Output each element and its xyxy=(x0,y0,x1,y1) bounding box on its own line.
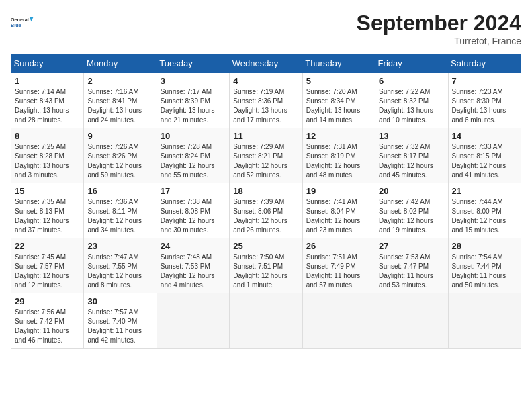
day-info: Sunrise: 7:47 AM Sunset: 7:55 PM Dayligh… xyxy=(87,253,152,290)
day-number: 3 xyxy=(161,76,226,86)
calendar-day-cell: 30Sunrise: 7:57 AM Sunset: 7:40 PM Dayli… xyxy=(84,293,157,349)
day-info: Sunrise: 7:22 AM Sunset: 8:32 PM Dayligh… xyxy=(379,87,444,125)
day-info: Sunrise: 7:19 AM Sunset: 8:36 PM Dayligh… xyxy=(233,87,298,125)
day-info: Sunrise: 7:32 AM Sunset: 8:17 PM Dayligh… xyxy=(379,142,444,180)
calendar-day-cell: 14Sunrise: 7:33 AM Sunset: 8:15 PM Dayli… xyxy=(448,128,521,183)
calendar-day-cell: 17Sunrise: 7:38 AM Sunset: 8:08 PM Dayli… xyxy=(157,183,229,238)
calendar-day-cell: 16Sunrise: 7:36 AM Sunset: 8:11 PM Dayli… xyxy=(84,183,157,238)
logo-icon: General Blue xyxy=(11,11,35,35)
empty-cell xyxy=(302,293,375,349)
day-info: Sunrise: 7:42 AM Sunset: 8:02 PM Dayligh… xyxy=(379,197,444,235)
location: Turretot, France xyxy=(357,36,521,46)
calendar-week-row: 15Sunrise: 7:35 AM Sunset: 8:13 PM Dayli… xyxy=(11,183,521,238)
day-info: Sunrise: 7:39 AM Sunset: 8:06 PM Dayligh… xyxy=(233,197,298,235)
day-number: 21 xyxy=(452,186,517,196)
day-info: Sunrise: 7:14 AM Sunset: 8:43 PM Dayligh… xyxy=(15,87,80,125)
day-info: Sunrise: 7:36 AM Sunset: 8:11 PM Dayligh… xyxy=(87,197,152,235)
day-number: 30 xyxy=(87,296,152,306)
day-info: Sunrise: 7:57 AM Sunset: 7:40 PM Dayligh… xyxy=(87,308,152,345)
calendar-day-cell: 26Sunrise: 7:51 AM Sunset: 7:49 PM Dayli… xyxy=(302,238,375,293)
day-info: Sunrise: 7:23 AM Sunset: 8:30 PM Dayligh… xyxy=(452,87,517,125)
calendar-day-cell: 21Sunrise: 7:44 AM Sunset: 8:00 PM Dayli… xyxy=(448,183,521,238)
day-number: 28 xyxy=(452,241,517,251)
day-info: Sunrise: 7:29 AM Sunset: 8:21 PM Dayligh… xyxy=(233,142,298,180)
calendar-day-cell: 22Sunrise: 7:45 AM Sunset: 7:57 PM Dayli… xyxy=(11,238,84,293)
calendar-day-cell: 10Sunrise: 7:28 AM Sunset: 8:24 PM Dayli… xyxy=(157,128,229,183)
empty-cell xyxy=(375,293,448,349)
calendar-week-row: 1Sunrise: 7:14 AM Sunset: 8:43 PM Daylig… xyxy=(11,73,521,128)
header-thursday: Thursday xyxy=(302,54,375,73)
day-info: Sunrise: 7:31 AM Sunset: 8:19 PM Dayligh… xyxy=(306,142,371,180)
svg-text:Blue: Blue xyxy=(11,22,21,28)
calendar-week-row: 29Sunrise: 7:56 AM Sunset: 7:42 PM Dayli… xyxy=(11,293,521,349)
calendar-day-cell: 13Sunrise: 7:32 AM Sunset: 8:17 PM Dayli… xyxy=(375,128,448,183)
header-sunday: Sunday xyxy=(11,54,84,73)
calendar-day-cell: 7Sunrise: 7:23 AM Sunset: 8:30 PM Daylig… xyxy=(448,73,521,128)
day-number: 15 xyxy=(15,186,80,196)
day-number: 5 xyxy=(306,76,371,86)
calendar-day-cell: 19Sunrise: 7:41 AM Sunset: 8:04 PM Dayli… xyxy=(302,183,375,238)
day-number: 4 xyxy=(233,76,298,86)
calendar-day-cell: 1Sunrise: 7:14 AM Sunset: 8:43 PM Daylig… xyxy=(11,73,84,128)
day-number: 26 xyxy=(306,241,371,251)
day-number: 1 xyxy=(15,76,80,86)
day-info: Sunrise: 7:54 AM Sunset: 7:44 PM Dayligh… xyxy=(452,253,517,290)
svg-marker-2 xyxy=(30,17,33,21)
day-number: 10 xyxy=(161,131,226,141)
day-info: Sunrise: 7:41 AM Sunset: 8:04 PM Dayligh… xyxy=(306,197,371,235)
calendar-day-cell: 24Sunrise: 7:48 AM Sunset: 7:53 PM Dayli… xyxy=(157,238,229,293)
day-info: Sunrise: 7:16 AM Sunset: 8:41 PM Dayligh… xyxy=(87,87,152,125)
calendar-day-cell: 27Sunrise: 7:53 AM Sunset: 7:47 PM Dayli… xyxy=(375,238,448,293)
day-number: 8 xyxy=(15,131,80,141)
day-number: 7 xyxy=(452,76,517,86)
day-number: 6 xyxy=(379,76,444,86)
calendar-day-cell: 9Sunrise: 7:26 AM Sunset: 8:26 PM Daylig… xyxy=(84,128,157,183)
calendar-day-cell: 12Sunrise: 7:31 AM Sunset: 8:19 PM Dayli… xyxy=(302,128,375,183)
day-number: 25 xyxy=(233,241,298,251)
empty-cell xyxy=(230,293,302,349)
day-info: Sunrise: 7:48 AM Sunset: 7:53 PM Dayligh… xyxy=(161,253,226,290)
day-number: 23 xyxy=(87,241,152,251)
day-number: 13 xyxy=(379,131,444,141)
calendar-table: Sunday Monday Tuesday Wednesday Thursday… xyxy=(11,54,521,349)
calendar-day-cell: 20Sunrise: 7:42 AM Sunset: 8:02 PM Dayli… xyxy=(375,183,448,238)
month-title: September 2024 xyxy=(357,11,521,36)
day-info: Sunrise: 7:17 AM Sunset: 8:39 PM Dayligh… xyxy=(161,87,226,125)
day-info: Sunrise: 7:20 AM Sunset: 8:34 PM Dayligh… xyxy=(306,87,371,125)
header-monday: Monday xyxy=(84,54,157,73)
day-info: Sunrise: 7:28 AM Sunset: 8:24 PM Dayligh… xyxy=(161,142,226,180)
day-info: Sunrise: 7:38 AM Sunset: 8:08 PM Dayligh… xyxy=(161,197,226,235)
day-number: 14 xyxy=(452,131,517,141)
day-number: 9 xyxy=(87,131,152,141)
day-info: Sunrise: 7:56 AM Sunset: 7:42 PM Dayligh… xyxy=(15,308,80,345)
calendar-day-cell: 8Sunrise: 7:25 AM Sunset: 8:28 PM Daylig… xyxy=(11,128,84,183)
day-number: 20 xyxy=(379,186,444,196)
day-info: Sunrise: 7:35 AM Sunset: 8:13 PM Dayligh… xyxy=(15,197,80,235)
header-wednesday: Wednesday xyxy=(230,54,302,73)
day-number: 22 xyxy=(15,241,80,251)
calendar-day-cell: 5Sunrise: 7:20 AM Sunset: 8:34 PM Daylig… xyxy=(302,73,375,128)
day-number: 16 xyxy=(87,186,152,196)
day-number: 24 xyxy=(161,241,226,251)
header-saturday: Saturday xyxy=(448,54,521,73)
day-number: 18 xyxy=(233,186,298,196)
header-friday: Friday xyxy=(375,54,448,73)
calendar-day-cell: 25Sunrise: 7:50 AM Sunset: 7:51 PM Dayli… xyxy=(230,238,302,293)
page-header: General Blue September 2024 Turretot, Fr… xyxy=(11,11,521,46)
calendar-day-cell: 11Sunrise: 7:29 AM Sunset: 8:21 PM Dayli… xyxy=(230,128,302,183)
empty-cell xyxy=(448,293,521,349)
calendar-day-cell: 2Sunrise: 7:16 AM Sunset: 8:41 PM Daylig… xyxy=(84,73,157,128)
calendar-day-cell: 15Sunrise: 7:35 AM Sunset: 8:13 PM Dayli… xyxy=(11,183,84,238)
logo: General Blue xyxy=(11,11,35,35)
day-number: 2 xyxy=(87,76,152,86)
day-info: Sunrise: 7:53 AM Sunset: 7:47 PM Dayligh… xyxy=(379,253,444,290)
calendar-day-cell: 6Sunrise: 7:22 AM Sunset: 8:32 PM Daylig… xyxy=(375,73,448,128)
calendar-day-cell: 18Sunrise: 7:39 AM Sunset: 8:06 PM Dayli… xyxy=(230,183,302,238)
day-number: 17 xyxy=(161,186,226,196)
calendar-week-row: 8Sunrise: 7:25 AM Sunset: 8:28 PM Daylig… xyxy=(11,128,521,183)
calendar-day-cell: 23Sunrise: 7:47 AM Sunset: 7:55 PM Dayli… xyxy=(84,238,157,293)
day-info: Sunrise: 7:33 AM Sunset: 8:15 PM Dayligh… xyxy=(452,142,517,180)
day-number: 27 xyxy=(379,241,444,251)
calendar-day-cell: 4Sunrise: 7:19 AM Sunset: 8:36 PM Daylig… xyxy=(230,73,302,128)
calendar-day-cell: 3Sunrise: 7:17 AM Sunset: 8:39 PM Daylig… xyxy=(157,73,229,128)
